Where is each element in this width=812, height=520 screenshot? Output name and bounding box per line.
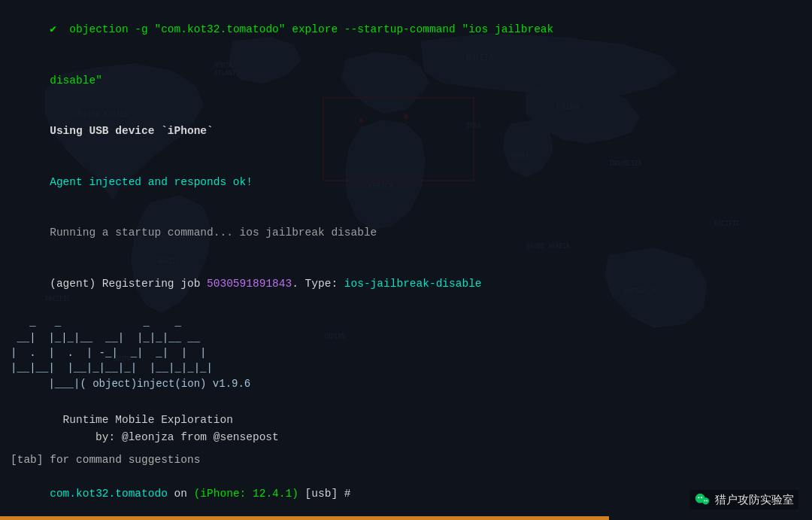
tab-hint-text: [tab] for command suggestions	[11, 454, 200, 466]
job-id: 5030591891843	[207, 278, 292, 290]
watermark-text: 猎户攻防实验室	[715, 493, 794, 507]
bottom-status-bar	[0, 516, 609, 520]
prompt1-app: com.kot32.tomatodo	[50, 488, 168, 500]
cmd-continuation: disable"	[50, 75, 102, 87]
registering-text: (agent) Registering job	[50, 278, 207, 290]
prompt1-on: on	[168, 488, 194, 500]
ascii-banner: _ _ _ _ __| |_|_|__ __| |_|_|__ __ | . |…	[11, 315, 801, 391]
svg-point-30	[704, 500, 705, 501]
job-type: ios-jailbreak-disable	[344, 278, 482, 290]
svg-point-28	[698, 497, 699, 498]
watermark: 猎户攻防实验室	[689, 490, 798, 509]
terminal-content: ✔ objection -g "com.kot32.tomatodo" expl…	[0, 0, 812, 520]
terminal-window: UNITED STATES RUSSIA CHINA AFRICA AUSTRA…	[0, 0, 812, 520]
startup-cmd-line: Running a startup command... ios jailbre…	[11, 208, 801, 258]
svg-point-27	[702, 497, 709, 504]
runtime-info: Runtime Mobile Exploration by: @leonjza …	[11, 394, 801, 447]
prompt1-device: (iPhone: 12.4.1)	[194, 488, 298, 500]
usb-line: Using USB device `iPhone`	[11, 106, 801, 157]
prompt1-usb: [usb] #	[298, 488, 357, 500]
checkmark: ✔ objection -g "com.kot32.tomatodo" expl…	[50, 23, 553, 35]
svg-point-31	[706, 500, 707, 501]
type-label: . Type:	[292, 278, 344, 290]
tab-hint-line: [tab] for command suggestions	[11, 454, 801, 466]
agent-injected-line: Agent injected and responds ok!	[11, 157, 801, 207]
cmd-line-1: ✔ objection -g "com.kot32.tomatodo" expl…	[11, 5, 801, 55]
prompt-line-1: com.kot32.tomatodo on (iPhone: 12.4.1) […	[11, 467, 801, 520]
cmd-line-1-cont: disable"	[11, 55, 801, 105]
svg-point-29	[701, 497, 702, 498]
register-job-line: (agent) Registering job 5030591891843. T…	[11, 258, 801, 309]
startup-cmd-text: Running a startup command... ios jailbre…	[50, 227, 377, 239]
usb-text: Using USB device `iPhone`	[50, 125, 214, 137]
agent-injected-text: Agent injected and responds ok!	[50, 176, 253, 188]
wechat-icon	[694, 491, 710, 508]
